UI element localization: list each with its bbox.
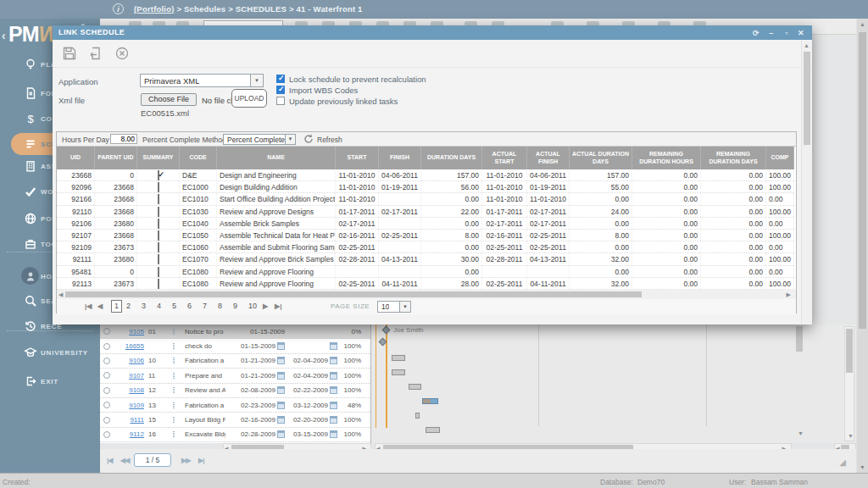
task-row[interactable]: 236680D&EDesign and Engineering11-01-201… — [57, 169, 794, 181]
column-header-code[interactable]: CODE — [180, 147, 217, 169]
cancel-icon[interactable] — [114, 46, 130, 61]
hours-per-day-input[interactable] — [110, 134, 137, 144]
schedule-row[interactable]: 910711Prepare and01-21-200902-04-2009100… — [100, 369, 370, 383]
summary-checkbox-unchecked[interactable] — [158, 219, 159, 229]
column-header-afinish[interactable]: ACTUAL FINISH — [527, 147, 570, 169]
calendar-icon[interactable] — [330, 342, 337, 350]
gantt-bar[interactable] — [392, 355, 405, 361]
refresh-icon[interactable] — [303, 134, 314, 144]
summary-checkbox-unchecked[interactable] — [158, 207, 159, 217]
resize-grip[interactable]: ◢ — [839, 458, 846, 467]
calendar-icon[interactable] — [330, 430, 337, 438]
breadcrumb-portfolio-link[interactable]: (Portfolio) — [134, 4, 175, 14]
page-number-8[interactable]: 8 — [218, 302, 222, 310]
record-icon[interactable] — [103, 417, 110, 424]
page-number-2[interactable]: 2 — [126, 302, 131, 310]
schedule-row[interactable]: 910610Fabrication a01-21-200902-04-20091… — [100, 354, 370, 369]
application-select[interactable]: Primavera XML ▼ — [140, 74, 264, 87]
schedule-row[interactable]: 910812Review and A02-08-200902-22-200910… — [100, 384, 370, 398]
page-number-3[interactable]: 3 — [142, 302, 146, 310]
record-icon[interactable] — [103, 328, 110, 335]
gantt-bar[interactable] — [415, 413, 420, 419]
tree-icon[interactable] — [173, 328, 175, 336]
checkbox-checked[interactable] — [276, 86, 285, 94]
column-header-remh[interactable]: REMAINING DURATION HOURS — [632, 147, 701, 169]
column-header-remd[interactable]: REMAINING DURATION DAYS — [701, 147, 766, 169]
summary-checkbox-unchecked[interactable] — [158, 182, 159, 192]
tree-icon[interactable] — [173, 386, 175, 394]
calendar-icon[interactable] — [330, 386, 337, 394]
page-number-10[interactable]: 10 — [248, 302, 257, 310]
upload-button[interactable]: UPLOAD — [231, 89, 267, 108]
column-header-uid[interactable]: UID — [57, 147, 95, 169]
page-number-5[interactable]: 5 — [172, 302, 176, 310]
chevron-down-icon[interactable]: ▼ — [285, 135, 295, 144]
task-row[interactable]: 9210723668EC1050Assemble Technical Data … — [57, 230, 794, 241]
column-header-start[interactable]: START — [336, 147, 379, 169]
calendar-icon[interactable] — [277, 402, 285, 409]
record-icon[interactable] — [103, 402, 110, 408]
summary-checkbox-checked[interactable] — [158, 170, 159, 180]
task-row[interactable]: 954810EC1080Review and Approve Flooring0… — [57, 266, 794, 278]
column-header-adur[interactable]: ACTUAL DURATION DAYS — [570, 147, 632, 169]
uid-link[interactable]: 9112 — [130, 430, 144, 438]
checkbox-unchecked[interactable] — [276, 97, 285, 105]
last-page-icon[interactable]: ▶| — [275, 302, 281, 310]
uid-link[interactable]: 9109 — [129, 402, 144, 409]
uid-link[interactable]: 9106 — [129, 357, 144, 364]
column-header-comp[interactable]: COMP — [766, 147, 794, 169]
summary-checkbox-unchecked[interactable] — [158, 279, 159, 289]
summary-checkbox-unchecked[interactable] — [158, 194, 159, 204]
grid-horizontal-scrollbar[interactable]: ◀▶ — [57, 290, 796, 299]
record-icon[interactable] — [103, 372, 110, 379]
refresh-label[interactable]: Refresh — [317, 136, 342, 144]
column-header-parent[interactable]: PARENT UID — [95, 147, 137, 169]
info-icon[interactable]: i — [113, 3, 124, 14]
task-row[interactable]: 9209623668EC1000Design Building Addition… — [57, 181, 794, 193]
task-row[interactable]: 9211023668EC1030Review and Approve Desig… — [57, 206, 794, 218]
sync-icon[interactable]: ⟳ — [751, 28, 761, 38]
save-exit-icon[interactable] — [88, 46, 103, 61]
calendar-icon[interactable] — [277, 416, 285, 424]
chevron-down-icon[interactable]: ▼ — [399, 302, 410, 312]
record-icon[interactable] — [103, 387, 110, 394]
maximize-icon[interactable]: ▫ — [782, 28, 792, 38]
page-vertical-scrollbar[interactable]: ▲ ▼ — [857, 19, 868, 473]
column-header-name[interactable]: NAME — [217, 147, 336, 169]
tree-icon[interactable] — [173, 402, 175, 409]
prev-page-icon[interactable]: ◀ — [97, 302, 103, 310]
milestone-diamond[interactable] — [382, 326, 391, 335]
tree-icon[interactable] — [173, 342, 175, 350]
page-indicator[interactable]: 1 / 5 — [134, 453, 171, 467]
calendar-icon[interactable] — [277, 430, 285, 438]
gantt-vertical-scrollbar[interactable]: ▼ — [844, 326, 854, 441]
chevron-down-icon[interactable]: ▼ — [250, 75, 263, 86]
gantt-bar[interactable] — [422, 398, 438, 404]
task-row[interactable]: 9211123680EC1070Review and Approve Brick… — [57, 253, 794, 265]
prev-page-icon[interactable]: ◀◀ — [120, 457, 129, 464]
first-page-icon[interactable]: |◀ — [107, 457, 112, 464]
schedule-row[interactable]: 16655check do01-15-2009100% — [100, 339, 370, 353]
sidebar-collapse-icon[interactable]: ‹ — [2, 29, 6, 42]
summary-checkbox-unchecked[interactable] — [158, 230, 159, 241]
uid-link[interactable]: 16655 — [125, 342, 144, 350]
calendar-icon[interactable] — [330, 416, 337, 424]
summary-checkbox-unchecked[interactable] — [158, 267, 159, 277]
task-row[interactable]: 9216623668EC1010Start Office Building Ad… — [57, 193, 794, 205]
uid-link[interactable]: 9105 — [129, 328, 144, 336]
sidebar-item-exit[interactable]: EXIT — [0, 370, 100, 392]
page-number-4[interactable]: 4 — [157, 302, 161, 310]
next-page-icon[interactable]: ▶ — [263, 302, 268, 310]
gantt-bar[interactable] — [426, 427, 440, 433]
column-header-summary[interactable]: SUMMARY — [137, 147, 180, 169]
calendar-icon[interactable] — [277, 342, 285, 350]
calendar-icon[interactable] — [330, 372, 337, 380]
schedule-row[interactable]: 911115Layout Bldg F02-16-200902-20-20091… — [100, 413, 370, 427]
gantt-bar[interactable] — [409, 384, 421, 390]
grid-vertical-scrollbar[interactable]: ▼ — [795, 324, 805, 436]
sidebar-item-university[interactable]: UNIVERSITY — [0, 341, 100, 363]
task-row[interactable]: 9210623680EC1040Assemble Brick Samples02… — [57, 218, 794, 230]
record-icon[interactable] — [103, 358, 110, 364]
page-number-6[interactable]: 6 — [187, 302, 192, 310]
summary-checkbox-unchecked[interactable] — [158, 242, 159, 252]
